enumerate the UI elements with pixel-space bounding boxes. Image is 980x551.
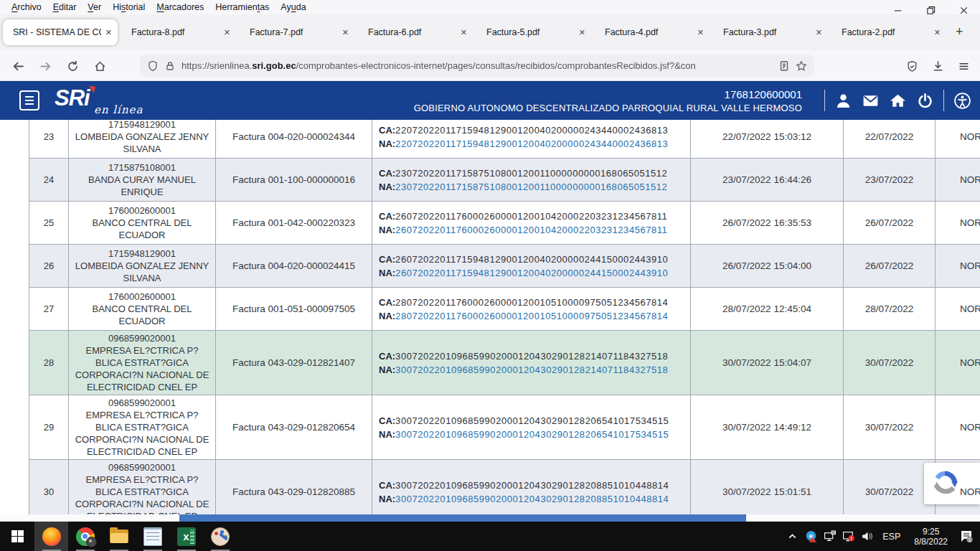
supplier-name: LOMBEIDA GONZALEZ JENNY SILVANA <box>75 131 209 155</box>
browser-tab[interactable]: Factura-3.pdf✕ <box>713 19 828 45</box>
forward-icon[interactable] <box>34 55 56 77</box>
speaker-icon[interactable] <box>861 530 873 542</box>
back-icon[interactable] <box>7 55 29 77</box>
table-row: 300968599020001EMPRESA EL?CTRICA P?BLICA… <box>29 460 980 514</box>
browser-tab[interactable]: Factura-8.pdf✕ <box>121 19 236 45</box>
app-menu-icon[interactable] <box>953 55 974 77</box>
cell-status: NOR <box>936 159 980 201</box>
cell-access-keys: CA:3007202201096859902000120430290128206… <box>372 395 691 459</box>
excel-button[interactable]: x <box>169 522 203 551</box>
na-line: NA:2607202201176000260000120010420002203… <box>379 223 667 237</box>
status-value: NOR <box>960 303 980 314</box>
tab-close-icon[interactable]: ✕ <box>579 28 585 37</box>
url-bar[interactable]: https://srienlinea.sri.gob.ec/comprobant… <box>140 55 814 77</box>
tab-close-icon[interactable]: ✕ <box>105 28 112 37</box>
reload-icon[interactable] <box>62 55 83 77</box>
cell-authorization-date: 28/07/2022 12:45:04 <box>691 288 844 330</box>
tab-close-icon[interactable]: ✕ <box>697 28 704 37</box>
na-value-link[interactable]: 2607202201176000260000120010420002203231… <box>395 225 667 235</box>
action-center-icon[interactable]: 1 <box>958 530 974 543</box>
start-button[interactable] <box>0 522 34 551</box>
menu-toggle-icon[interactable] <box>19 90 39 110</box>
power-icon[interactable] <box>916 92 934 110</box>
cell-row-number: 23 <box>29 120 69 158</box>
menu-item-editar[interactable]: Editar <box>47 0 83 14</box>
na-line: NA:3007202201096859902000120430290128214… <box>379 363 668 377</box>
system-tray: e! ESP 9:25 8/8/2022 1 <box>786 522 980 551</box>
download-icon[interactable] <box>927 55 948 77</box>
menu-item-archivo[interactable]: Archivo <box>6 0 47 14</box>
close-button[interactable] <box>947 1 980 19</box>
tab-close-icon[interactable]: ✕ <box>224 28 230 37</box>
minimize-button[interactable] <box>881 1 914 19</box>
menu-item-ayuda[interactable]: Ayuda <box>275 0 311 14</box>
tab-close-icon[interactable]: ✕ <box>461 28 467 37</box>
browser-tab[interactable]: Factura-5.pdf✕ <box>476 19 591 45</box>
supplier-ruc: 0968599020001 <box>108 332 176 344</box>
ca-line: CA:3007202201096859902000120430290128206… <box>379 414 669 428</box>
accessibility-icon[interactable] <box>953 92 971 110</box>
tab-title: Factura-5.pdf <box>486 27 575 37</box>
chrome-button[interactable] <box>68 522 102 551</box>
na-value-link[interactable]: 2607202201171594812900120040200000244150… <box>395 268 668 278</box>
menu-item-herramientas[interactable]: Herramientas <box>209 0 275 14</box>
explorer-button[interactable] <box>102 522 136 551</box>
browser-tab[interactable]: Factura-6.pdf✕ <box>358 19 473 45</box>
language-indicator[interactable]: ESP <box>882 532 900 542</box>
browser-tab[interactable]: Factura-7.pdf✕ <box>240 19 354 45</box>
menu-item-historial[interactable]: Historial <box>107 0 151 14</box>
na-value-link[interactable]: 2207202201171594812900120040200000243440… <box>395 138 668 149</box>
authorization-date: 26/07/2022 15:04:00 <box>722 260 811 271</box>
tab-close-icon[interactable]: ✕ <box>934 28 941 37</box>
mail-icon[interactable] <box>862 92 880 110</box>
shield-icon[interactable] <box>147 60 159 72</box>
tab-close-icon[interactable]: ✕ <box>342 28 349 37</box>
bookmark-star-icon[interactable] <box>796 60 807 72</box>
svg-text:!: ! <box>851 535 852 542</box>
browser-tab[interactable]: Factura-2.pdf✕ <box>831 19 946 45</box>
window-controls <box>881 1 980 19</box>
recaptcha-badge[interactable] <box>924 463 980 504</box>
reader-view-icon[interactable] <box>778 60 790 72</box>
firefox-button[interactable] <box>34 522 68 551</box>
authorization-date: 30/07/2022 15:04:07 <box>722 357 811 368</box>
separator <box>943 90 944 111</box>
chevron-up-icon[interactable] <box>786 530 798 542</box>
browser-tab[interactable]: SRI - SISTEMA DE COMP✕ <box>3 19 118 45</box>
home-icon[interactable] <box>889 92 907 110</box>
user-icon[interactable] <box>834 92 852 110</box>
cell-document: Factura 001-042-000220323 <box>216 202 372 244</box>
ca-label: CA: <box>379 415 395 426</box>
tab-close-icon[interactable]: ✕ <box>816 28 822 37</box>
network-icon[interactable] <box>824 530 836 542</box>
na-value-link[interactable]: 3007202201096859902000120430290128206541… <box>395 429 669 440</box>
browser-tab[interactable]: Factura-4.pdf✕ <box>595 19 710 45</box>
privacy-shield-icon[interactable] <box>901 55 923 77</box>
eset-icon[interactable]: e <box>805 530 817 542</box>
paint-button[interactable] <box>203 522 237 551</box>
clock[interactable]: 9:25 8/8/2022 <box>914 527 948 547</box>
restore-button[interactable] <box>914 1 947 19</box>
display-alert-icon[interactable]: ! <box>842 530 854 542</box>
cell-document: Factura 001-051-000097505 <box>216 288 372 330</box>
menu-item-marcadores[interactable]: Marcadores <box>151 0 209 14</box>
notepad-button[interactable] <box>136 522 169 551</box>
firefox-icon <box>42 527 61 546</box>
cell-supplier: 1715948129001LOMBEIDA GONZALEZ JENNY SIL… <box>69 120 216 158</box>
na-value-link[interactable]: 2807202201176000260000120010510000975051… <box>395 311 668 321</box>
new-tab-button[interactable]: + <box>956 24 963 39</box>
supplier-ruc: 0968599020001 <box>108 397 176 409</box>
cell-access-keys: CA:2307202201171587510800120011000000000… <box>372 159 691 201</box>
supplier-name: LOMBEIDA GONZALEZ JENNY SILVANA <box>75 260 209 284</box>
na-value-link[interactable]: 3007202201096859902000120430290128208851… <box>395 494 669 504</box>
scrollbar-thumb[interactable] <box>179 514 746 522</box>
lock-icon[interactable] <box>164 60 176 72</box>
home-icon[interactable] <box>89 55 110 77</box>
cell-emission-date: 30/07/2022 <box>844 395 936 459</box>
horizontal-scrollbar[interactable] <box>0 514 980 522</box>
cell-document: Factura 043-029-012820654 <box>216 395 372 459</box>
cell-document: Factura 001-100-000000016 <box>216 159 372 201</box>
na-value-link[interactable]: 2307202201171587510800120011000000000168… <box>395 182 667 192</box>
menu-item-ver[interactable]: Ver <box>82 0 107 14</box>
na-value-link[interactable]: 3007202201096859902000120430290128214071… <box>395 364 668 375</box>
